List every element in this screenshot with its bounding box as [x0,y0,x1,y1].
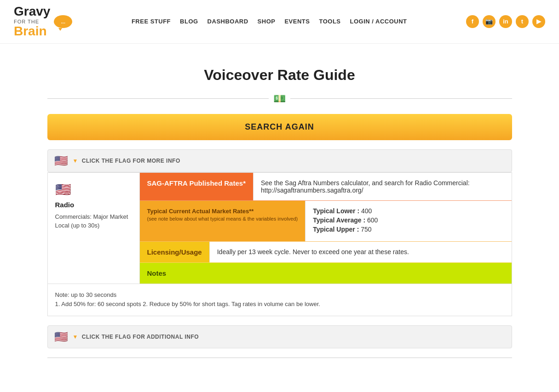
sag-aftra-label: SAG-AFTRA Published Rates* [140,173,253,200]
nav-tools[interactable]: TOOLS [319,18,340,25]
youtube-icon[interactable]: ▶ [532,15,545,28]
notes-row: Notes [140,263,512,284]
typical-avg: Typical Average : 600 [313,216,504,224]
sag-aftra-row: SAG-AFTRA Published Rates* See the Sag A… [140,173,512,201]
nav-shop[interactable]: SHOP [258,18,276,25]
instagram-icon[interactable]: 📷 [483,15,496,28]
arrow-icon-1: ▼ [73,158,78,164]
flag-banner-1-label: ▼ CLICK THE FLAG FOR MORE INFO [73,158,180,164]
flag-emoji-1: 🇺🇸 [54,154,68,167]
nav-free-stuff[interactable]: FREE STUFF [132,18,171,25]
flag-banner-1[interactable]: 🇺🇸 ▼ CLICK THE FLAG FOR MORE INFO [47,149,512,172]
notes-section: Note: up to 30 seconds 1. Add 50% for: 6… [48,284,512,316]
logo-bubble-text: ... [61,19,65,24]
licensing-label: Licensing/Usage [140,242,209,262]
licensing-row: Licensing/Usage Ideally per 13 week cycl… [140,242,512,263]
rate-section: 🇺🇸 Radio Commercials: Major Market Local… [47,172,512,317]
logo-bubble-icon: ... [54,15,72,28]
bottom-divider [47,358,512,358]
notes-label: Notes [140,263,174,284]
header: Gravy FOR THE Brain ... FREE STUFF BLOG … [0,0,559,44]
typical-rates-label: Typical Current Actual Market Rates** (s… [140,201,305,241]
category-detail: Commercials: Major Market Local (up to 3… [55,212,132,230]
nav-events[interactable]: EVENTS [284,18,310,25]
rate-flag-emoji: 🇺🇸 [55,182,132,197]
title-divider: 💵 [47,93,512,105]
rate-main-row: 🇺🇸 Radio Commercials: Major Market Local… [48,173,512,284]
page-title: Voiceover Rate Guide [47,67,512,84]
nav-blog[interactable]: BLOG [180,18,198,25]
typical-lower: Typical Lower : 400 [313,207,504,215]
flag-emoji-2: 🇺🇸 [54,330,68,343]
logo[interactable]: Gravy FOR THE Brain ... [14,5,72,39]
logo-gravy: Gravy [14,4,50,18]
category-name: Radio [55,201,132,209]
money-icon: 💵 [273,93,286,105]
social-icons: f 📷 in t ▶ [466,15,545,28]
notes-text-2: 1. Add 50% for: 60 second spots 2. Reduc… [55,300,504,309]
rate-left-col: 🇺🇸 Radio Commercials: Major Market Local… [48,173,140,284]
facebook-icon[interactable]: f [466,15,479,28]
main-nav: FREE STUFF BLOG DASHBOARD SHOP EVENTS TO… [132,18,407,25]
typical-upper: Typical Upper : 750 [313,226,504,233]
nav-dashboard[interactable]: DASHBOARD [207,18,248,25]
nav-login[interactable]: LOGIN / ACCOUNT [350,18,407,25]
logo-brain: Brain [14,24,47,38]
flag-banner-2[interactable]: 🇺🇸 ▼ CLICK THE FLAG FOR ADDITIONAL INFO [47,325,512,348]
twitter-icon[interactable]: t [516,15,529,28]
search-again-button[interactable]: SEARCH AGAIN [47,114,512,140]
sag-aftra-value: See the Sag Aftra Numbers calculator, an… [253,173,512,200]
typical-rates-value: Typical Lower : 400 Typical Average : 60… [305,201,511,241]
main-content: Voiceover Rate Guide 💵 SEARCH AGAIN 🇺🇸 ▼… [38,44,521,377]
arrow-icon-2: ▼ [73,334,78,340]
licensing-value: Ideally per 13 week cycle. Never to exce… [209,242,512,262]
notes-text-1: Note: up to 30 seconds [55,290,504,300]
typical-rates-row: Typical Current Actual Market Rates** (s… [140,201,512,242]
typical-rates-sub-label: (see note below about what typical means… [147,216,298,222]
rate-rows: SAG-AFTRA Published Rates* See the Sag A… [140,173,512,284]
divider-line-left [47,98,269,99]
divider-line-right [290,98,512,99]
linkedin-icon[interactable]: in [499,15,512,28]
flag-banner-2-label: ▼ CLICK THE FLAG FOR ADDITIONAL INFO [73,334,199,340]
